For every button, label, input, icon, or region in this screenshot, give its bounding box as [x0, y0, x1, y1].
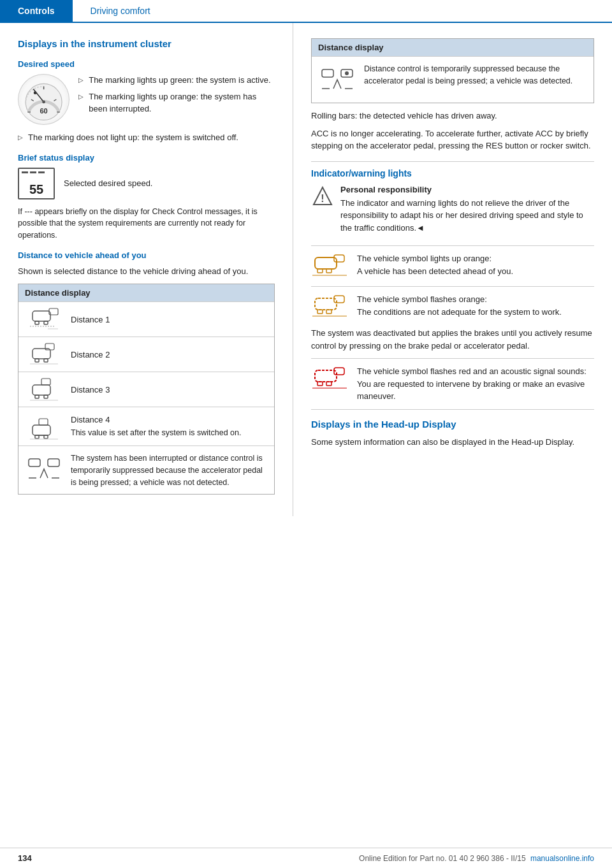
speed-line-2 [30, 171, 36, 173]
brief-status-note: If --- appears briefly on the display fo… [18, 206, 275, 242]
svg-rect-53 [315, 370, 337, 382]
desired-speed-area: 60 The marking lights up green: the syst… [18, 74, 275, 125]
svg-rect-24 [41, 379, 50, 385]
svg-rect-32 [29, 459, 40, 467]
head-up-title: Displays in the Head-up Display [311, 419, 594, 430]
car-flash-line1: The vehicle symbol flashes orange: [357, 294, 487, 304]
divider-4 [311, 358, 594, 359]
svg-point-7 [42, 101, 45, 104]
svg-text:60: 60 [40, 107, 47, 115]
distance-icon-1 [25, 307, 63, 331]
bullet-item: The marking does not light up: the syste… [18, 131, 275, 144]
distance-icon-3 [25, 377, 63, 401]
speedometer-svg: 60 [18, 74, 69, 125]
speed-display-box: 55 [18, 168, 55, 199]
distance-label-5: The system has been interrupted or dista… [63, 452, 268, 488]
car-far-icon [27, 307, 61, 331]
warning-text: The indicator and warning lights do not … [340, 197, 594, 235]
svg-rect-11 [35, 321, 39, 324]
bullet-item: The marking lights up green: the system … [78, 74, 275, 87]
car-row-3: The vehicle symbol flashes red and an ac… [311, 365, 594, 403]
main-content: Displays in the instrument cluster Desir… [0, 23, 612, 516]
car-interrupted-icon [27, 455, 61, 487]
speedometer-image: 60 [18, 74, 69, 125]
distance-vehicle-title: Distance to vehicle ahead of you [18, 250, 275, 260]
distance-label-4: Distance 4This value is set after the sy… [63, 414, 241, 438]
car-symbol-red-text: The vehicle symbol flashes red and an ac… [357, 365, 594, 403]
svg-rect-43 [315, 257, 337, 269]
right-distance-icon-1 [318, 66, 356, 98]
right-distance-row-1: Distance control is temporarily suppress… [312, 56, 594, 103]
svg-rect-17 [35, 359, 39, 362]
header: Controls Driving comfort [0, 0, 612, 23]
car-icon-flash-orange [311, 293, 349, 321]
desired-speed-bottom: The marking does not light up: the syste… [18, 131, 275, 144]
car-row-2: The vehicle symbol flashes orange: The c… [311, 293, 594, 321]
svg-rect-12 [44, 321, 48, 324]
system-deactivated-text: The system was deactivated but applies t… [311, 327, 594, 352]
header-section-label: Driving comfort [73, 0, 168, 22]
speed-line-3 [38, 171, 45, 173]
warning-box: ! Personal responsibility The indicator … [311, 185, 594, 240]
left-distance-table: Distance display Distance 1 [18, 284, 275, 494]
right-column: Distance display Distance control is tem… [293, 23, 612, 516]
desired-speed-title: Desired speed [18, 59, 275, 69]
svg-rect-36 [322, 69, 333, 77]
svg-rect-21 [33, 385, 50, 395]
car-red-line2: You are requested to intervene by brakin… [357, 379, 585, 401]
personal-responsibility-label: Personal responsibility [340, 185, 594, 194]
brief-status-title: Brief status display [18, 153, 275, 163]
footer-copyright: Online Edition for Part no. 01 40 2 960 … [359, 854, 594, 863]
distance-vehicle-desc: Shown is selected distance to the vehicl… [18, 265, 275, 278]
distance-label-1: Distance 1 [63, 314, 110, 326]
distance-row-3: Distance 3 [18, 372, 274, 407]
car-red-line1: The vehicle symbol flashes red and an ac… [357, 366, 586, 376]
controls-label: Controls [18, 6, 55, 16]
distance-row-1: Distance 1 [18, 301, 274, 336]
left-distance-table-header: Distance display [18, 284, 274, 301]
indicator-warning-title: Indicator/warning lights [311, 168, 594, 178]
header-controls-label: Controls [0, 0, 73, 22]
right-distance-table-header: Distance display [312, 39, 594, 56]
acc-text: ACC is no longer accelerating. To accele… [311, 127, 594, 152]
distance-label-3: Distance 3 [63, 384, 110, 396]
car-flash-line2: The conditions are not adequate for the … [357, 307, 562, 317]
distance-icon-2 [25, 342, 63, 366]
main-title: Displays in the instrument cluster [18, 38, 275, 49]
car-suppressed-icon [321, 66, 354, 98]
footer: 134 Online Edition for Part no. 01 40 2 … [0, 848, 612, 868]
svg-point-8 [34, 91, 37, 94]
page-number: 134 [18, 853, 32, 863]
car-icon-orange [311, 252, 349, 280]
car-symbol-orange-text: The vehicle symbol lights up orange: A v… [357, 252, 513, 277]
right-distance-label-1: Distance control is temporarily suppress… [356, 63, 587, 87]
left-column: Displays in the instrument cluster Desir… [0, 23, 293, 516]
svg-rect-23 [44, 395, 48, 398]
svg-rect-48 [315, 298, 337, 310]
distance-row-5: The system has been interrupted or dista… [18, 445, 274, 493]
desired-speed-bullets: The marking lights up green: the system … [78, 74, 275, 125]
warning-triangle-icon: ! [311, 185, 334, 208]
car-close-icon [27, 377, 61, 401]
section-label: Driving comfort [91, 6, 150, 16]
copyright-text: Online Edition for Part no. 01 40 2 960 … [359, 854, 526, 863]
car-flash-orange-svg [311, 293, 348, 319]
head-up-section: Displays in the Head-up Display Some sys… [311, 419, 594, 449]
svg-rect-33 [48, 459, 59, 467]
speed-line-1 [22, 171, 28, 173]
speed-value: 55 [29, 182, 43, 197]
svg-rect-26 [33, 425, 50, 435]
footer-site: manualsonline.info [530, 854, 594, 863]
divider-3 [311, 286, 594, 287]
svg-point-40 [345, 71, 349, 75]
brief-status-description: Selected desired speed. [64, 178, 152, 188]
divider-1 [311, 161, 594, 162]
car-medium-icon [27, 342, 61, 366]
speed-lines [22, 171, 51, 173]
car-closest-icon [27, 416, 61, 440]
distance-row-2: Distance 2 [18, 336, 274, 372]
head-up-text: Some system information can also be disp… [311, 436, 594, 449]
svg-text:!: ! [321, 193, 324, 204]
car-row-1: The vehicle symbol lights up orange: A v… [311, 252, 594, 280]
rolling-bars-text: Rolling bars: the detected vehicle has d… [311, 110, 594, 122]
